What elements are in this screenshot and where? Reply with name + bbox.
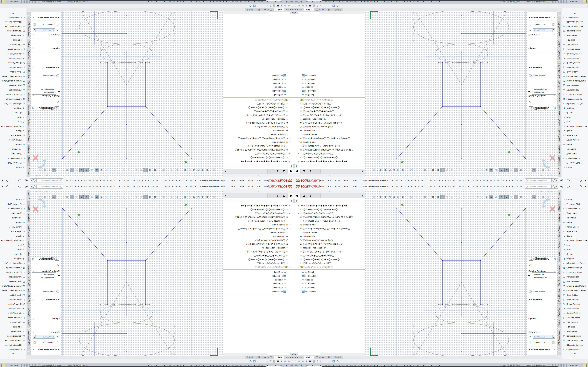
sketch-tool-button[interactable]: ◐ Silhouette Entities [0, 343, 26, 347]
heads-up-toolbar-button[interactable]: ⊥ [450, 195, 453, 199]
collapse-icon[interactable]: ∧ [33, 299, 34, 300]
document-window-button[interactable]: ▣ [46, 191, 48, 193]
sketch-tool-button[interactable]: ◔ Partial Ellipse [0, 138, 26, 142]
heads-up-toolbar-button[interactable]: ▾ [210, 195, 211, 199]
sketch-tool-button[interactable]: ↻ Rotate Entities [562, 61, 588, 65]
heads-up-toolbar-button[interactable]: ◗ [157, 195, 161, 199]
expand-arrow-icon[interactable]: ▶ [289, 99, 291, 101]
feature-tree-item[interactable]: ▶ ∟ ◯ИN·ƨϱ·ₓ◎◯·◯◎ₓ·ϱƨ·NИ◯ [223, 261, 294, 265]
sketch-tool-button[interactable]: ∿ Spline [0, 234, 26, 238]
restore-button[interactable] [579, 184, 583, 189]
sketch-tool-button[interactable]: ▱ Parallelogram [0, 88, 26, 92]
command-manager-tab[interactable]: Mesh Modeling [558, 64, 562, 79]
sketch-tool-button[interactable]: ⊂ Offset Entities [562, 347, 588, 352]
feature-tree-item[interactable]: ▶ ✎ ◯ƨ5·∪∗ₓΑm◯·◯mΑₓ∗∪·5ƨ◯ [223, 238, 294, 242]
feature-tree-item[interactable]: ▶ Σ ◯ƨ5ИN◎·⊕Α∪ªƎ◯·◯Ǝª∪Α⊕·◎NИ5ƨ◯ [223, 242, 294, 246]
collapse-icon[interactable]: ∧ [554, 67, 555, 68]
feature-tree-item[interactable]: ▶ ▭ (-) Sketch1 [294, 93, 365, 97]
bottom-toolbar-button[interactable]: ◔ [326, 360, 328, 363]
sketch-tool-button[interactable]: ∿ Style Spline [562, 133, 588, 138]
scroll-left-button[interactable]: ◀ [294, 353, 297, 355]
feature-tree-item[interactable]: ▶ Σ ◯ƨ5ИN◎·⊕Α∪ªƎ◯·◯Ǝª∪Α⊕·◎NИ5ƨ◯ [294, 242, 365, 246]
menu-item[interactable]: Edit [326, 177, 333, 184]
feature-tree-item[interactable]: ▶ ★ ◯ƨƧƎ⊕ₓ◎ΛΑΦ◯·◯ΦΑΛ◎ₓ⊕ƎƧƨ◯ [294, 156, 365, 159]
heads-up-toolbar-button[interactable]: ◪ [392, 168, 396, 172]
tab-nav-last[interactable]: ▶❘ [284, 8, 287, 11]
angle-spinner[interactable]: ▲▼ [33, 23, 36, 26]
sketch-tool-button[interactable]: ▪ Point [562, 247, 588, 252]
feature-tree-item[interactable]: ▶ ▦ (-) Sketch2 [294, 89, 365, 93]
heads-up-toolbar-button[interactable]: ▯ [75, 168, 78, 172]
sketch-tool-button[interactable]: ⁝ Segment [562, 111, 588, 115]
menu-item[interactable]: File [262, 177, 270, 184]
command-manager-tab[interactable]: Features [558, 190, 562, 201]
heads-up-toolbar-button[interactable]: A [113, 168, 116, 172]
heads-up-toolbar-button[interactable]: ↩ [144, 168, 148, 172]
collapse-icon[interactable]: ∧ [33, 332, 34, 334]
document-window-button[interactable]: × [551, 174, 552, 176]
scroll-track[interactable] [297, 12, 320, 14]
model-tab[interactable]: Motion Study 1 [326, 8, 343, 11]
relation-entry[interactable]: Collinear108 [533, 91, 554, 94]
option-row[interactable]: Infinite length [42, 257, 59, 259]
tab-nav-prev[interactable]: ◀ [289, 8, 292, 11]
sketch-tool-button[interactable]: ◠ Centerpoint Arc [562, 206, 588, 211]
feature-tree-item[interactable]: ▶ ▦ (-) Sketch6 [294, 289, 365, 293]
heads-up-toolbar-button[interactable]: ◡ [458, 168, 462, 172]
feature-tree-item[interactable]: ▶ ◗ Surface Bodies [294, 231, 365, 234]
command-manager-tab[interactable]: Evaluate [558, 117, 562, 128]
collapse-icon[interactable]: ∧ [33, 67, 34, 68]
heads-up-toolbar-button[interactable]: × [117, 195, 121, 199]
collapse-icon[interactable]: ∧ [554, 332, 555, 334]
bottom-toolbar-button[interactable]: ◔ [326, 4, 328, 7]
heads-up-toolbar-button[interactable]: ◉ [504, 168, 509, 172]
scroll-left-button[interactable]: ◀ [291, 353, 294, 355]
minimize-button[interactable]: – [573, 184, 578, 189]
sketch-tool-button[interactable]: ⊂ Offset Entities [0, 15, 26, 20]
heads-up-toolbar-button[interactable]: ▤ [212, 168, 216, 172]
feature-tree-item[interactable]: ▶ ★ ◯ƨƧƎ⊕ₓ◎ΛΑΦ◯·◯ΦΑΛ◎ₓ⊕ƎƧƨ◯ [223, 156, 294, 159]
sketch-tool-button[interactable]: ◌ Perimeter Circle [0, 202, 26, 206]
sketch-tool-button[interactable]: ⁝ Segment [0, 252, 26, 256]
command-manager-tab[interactable]: Sheet Metal [558, 104, 562, 117]
existing-relations-header[interactable]: Existing Relations [528, 95, 546, 97]
command-manager-tab[interactable]: Surfaces [558, 213, 562, 223]
heads-up-toolbar-button[interactable]: ⊜ [445, 195, 449, 199]
sketch-tool-button[interactable]: ◔ Partial Ellipse [562, 225, 588, 229]
sketch-tool-button[interactable]: ◜ 3 Point Arc [562, 216, 588, 220]
feature-tree-item[interactable]: ▶ A ◯ƨ5ИN◎·⊕Α⊕◎ИNΑ◯·◯ΑNИ◎⊕Α⊕·◎NИ5ƨ◯ [223, 136, 294, 140]
heads-up-toolbar-button[interactable]: ▾ [377, 168, 378, 172]
heads-up-toolbar-button[interactable]: ✎ [476, 168, 479, 172]
command-manager-tab[interactable]: ⋮ [26, 352, 30, 355]
feature-tree-item[interactable]: ▶ ◉ ◯ƨ5⊕Ǝ5ƨ◯ИN◎·⊕ƆƎ∪Ǝ5ƨ◯·◯ƨ5Ǝ∪ƎƆ⊕·◎NИ◯ [294, 148, 365, 152]
sketch-tool-button[interactable]: ↻ Rotate Entities [0, 61, 26, 65]
bottom-toolbar-button[interactable]: ⊛ [284, 5, 286, 7]
document-window-button[interactable]: ▣ [547, 174, 549, 176]
tree-filter-input[interactable] [224, 164, 294, 168]
heads-up-toolbar-button[interactable]: ▸ [104, 168, 108, 172]
heads-up-toolbar-button[interactable]: ⊜ [139, 168, 143, 172]
feature-tree-item[interactable]: ▶ ▭ Sketch3 [294, 85, 365, 89]
expand-arrow-icon[interactable]: ▶ [297, 138, 299, 139]
feature-tree-item[interactable]: ▶ ▭ (-) Sketch1 [223, 270, 294, 274]
tab-nav-prev[interactable]: ◀ [289, 356, 292, 359]
document-window-button[interactable]: ▣ [39, 191, 41, 193]
feature-tree-item[interactable]: ▶ ▭ (-) Sketch5 [294, 82, 365, 85]
collapse-icon[interactable]: ∧ [33, 95, 34, 97]
sketch-tool-button[interactable]: ⊢ Extend Entities [0, 316, 26, 320]
expand-arrow-icon[interactable]: ▶ [297, 224, 299, 226]
bottom-toolbar-button[interactable]: ✎ [305, 360, 307, 363]
document-window-controls[interactable]: ▣–▣× [540, 191, 552, 193]
heads-up-toolbar-button[interactable]: ◨ [201, 195, 205, 199]
document-window-button[interactable]: ▣ [547, 191, 549, 193]
heads-up-toolbar-button[interactable]: ◉ [95, 195, 99, 199]
sketch-tool-button[interactable]: ◡ Tangent Arc [0, 211, 26, 216]
heads-up-toolbar-button[interactable]: ● [537, 195, 541, 199]
heads-up-toolbar-button[interactable]: ◇ [532, 168, 536, 172]
command-manager-tab[interactable]: Mold Tools [558, 80, 562, 91]
command-manager-tab[interactable]: ⋮ [26, 16, 30, 19]
model-tab[interactable]: Model [274, 356, 284, 359]
relation-entry[interactable]: Collinear108 [34, 91, 55, 94]
feature-tree-item[interactable]: ▶ ▭ (-) Sketch5 [223, 82, 294, 85]
heads-up-toolbar-button[interactable]: ◉ [489, 168, 493, 172]
